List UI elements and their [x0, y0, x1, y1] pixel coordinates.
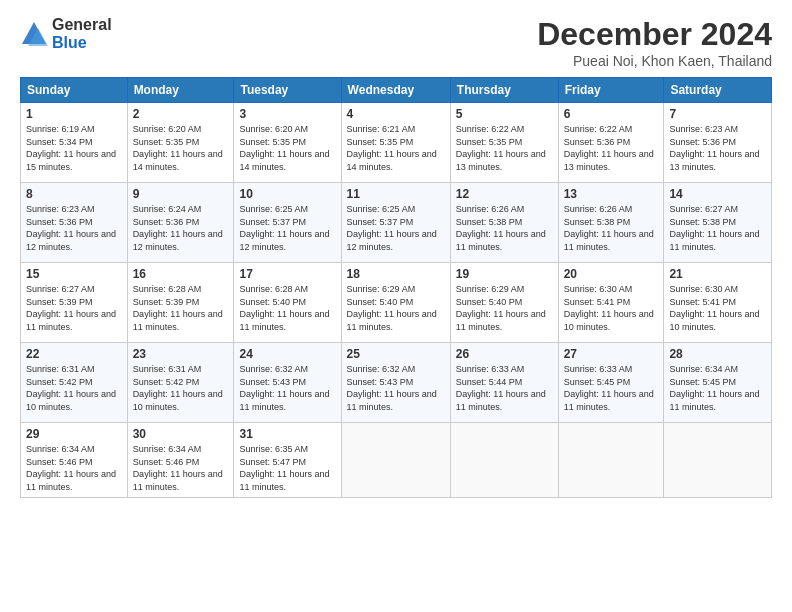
- table-row: 8 Sunrise: 6:23 AMSunset: 5:36 PMDayligh…: [21, 183, 128, 263]
- day-info: Sunrise: 6:31 AMSunset: 5:42 PMDaylight:…: [26, 364, 116, 412]
- day-number: 30: [133, 427, 229, 441]
- day-number: 27: [564, 347, 659, 361]
- header-saturday: Saturday: [664, 78, 772, 103]
- table-row: 5 Sunrise: 6:22 AMSunset: 5:35 PMDayligh…: [450, 103, 558, 183]
- day-info: Sunrise: 6:27 AMSunset: 5:39 PMDaylight:…: [26, 284, 116, 332]
- page: General Blue December 2024 Pueai Noi, Kh…: [0, 0, 792, 612]
- day-number: 28: [669, 347, 766, 361]
- day-info: Sunrise: 6:23 AMSunset: 5:36 PMDaylight:…: [669, 124, 759, 172]
- day-info: Sunrise: 6:21 AMSunset: 5:35 PMDaylight:…: [347, 124, 437, 172]
- day-number: 11: [347, 187, 445, 201]
- day-number: 13: [564, 187, 659, 201]
- calendar: Sunday Monday Tuesday Wednesday Thursday…: [20, 77, 772, 498]
- table-row: 16 Sunrise: 6:28 AMSunset: 5:39 PMDaylig…: [127, 263, 234, 343]
- table-row: 19 Sunrise: 6:29 AMSunset: 5:40 PMDaylig…: [450, 263, 558, 343]
- table-row: 18 Sunrise: 6:29 AMSunset: 5:40 PMDaylig…: [341, 263, 450, 343]
- day-number: 2: [133, 107, 229, 121]
- day-number: 21: [669, 267, 766, 281]
- day-number: 26: [456, 347, 553, 361]
- weekday-header-row: Sunday Monday Tuesday Wednesday Thursday…: [21, 78, 772, 103]
- table-row: 23 Sunrise: 6:31 AMSunset: 5:42 PMDaylig…: [127, 343, 234, 423]
- day-info: Sunrise: 6:22 AMSunset: 5:36 PMDaylight:…: [564, 124, 654, 172]
- table-row: 9 Sunrise: 6:24 AMSunset: 5:36 PMDayligh…: [127, 183, 234, 263]
- table-row: 24 Sunrise: 6:32 AMSunset: 5:43 PMDaylig…: [234, 343, 341, 423]
- day-info: Sunrise: 6:28 AMSunset: 5:39 PMDaylight:…: [133, 284, 223, 332]
- day-number: 20: [564, 267, 659, 281]
- day-number: 29: [26, 427, 122, 441]
- table-row: [450, 423, 558, 498]
- day-number: 17: [239, 267, 335, 281]
- table-row: 30 Sunrise: 6:34 AMSunset: 5:46 PMDaylig…: [127, 423, 234, 498]
- day-info: Sunrise: 6:31 AMSunset: 5:42 PMDaylight:…: [133, 364, 223, 412]
- day-info: Sunrise: 6:35 AMSunset: 5:47 PMDaylight:…: [239, 444, 329, 492]
- table-row: [558, 423, 664, 498]
- day-info: Sunrise: 6:25 AMSunset: 5:37 PMDaylight:…: [347, 204, 437, 252]
- table-row: 22 Sunrise: 6:31 AMSunset: 5:42 PMDaylig…: [21, 343, 128, 423]
- header-thursday: Thursday: [450, 78, 558, 103]
- logo: General Blue: [20, 16, 112, 51]
- day-number: 6: [564, 107, 659, 121]
- day-info: Sunrise: 6:33 AMSunset: 5:44 PMDaylight:…: [456, 364, 546, 412]
- table-row: 13 Sunrise: 6:26 AMSunset: 5:38 PMDaylig…: [558, 183, 664, 263]
- day-number: 31: [239, 427, 335, 441]
- table-row: 21 Sunrise: 6:30 AMSunset: 5:41 PMDaylig…: [664, 263, 772, 343]
- table-row: 7 Sunrise: 6:23 AMSunset: 5:36 PMDayligh…: [664, 103, 772, 183]
- day-info: Sunrise: 6:33 AMSunset: 5:45 PMDaylight:…: [564, 364, 654, 412]
- day-number: 19: [456, 267, 553, 281]
- logo-general-text: General: [52, 16, 112, 34]
- table-row: 28 Sunrise: 6:34 AMSunset: 5:45 PMDaylig…: [664, 343, 772, 423]
- day-info: Sunrise: 6:34 AMSunset: 5:46 PMDaylight:…: [26, 444, 116, 492]
- day-number: 24: [239, 347, 335, 361]
- day-info: Sunrise: 6:28 AMSunset: 5:40 PMDaylight:…: [239, 284, 329, 332]
- day-info: Sunrise: 6:30 AMSunset: 5:41 PMDaylight:…: [564, 284, 654, 332]
- header-sunday: Sunday: [21, 78, 128, 103]
- table-row: 4 Sunrise: 6:21 AMSunset: 5:35 PMDayligh…: [341, 103, 450, 183]
- day-number: 12: [456, 187, 553, 201]
- day-number: 3: [239, 107, 335, 121]
- table-row: 31 Sunrise: 6:35 AMSunset: 5:47 PMDaylig…: [234, 423, 341, 498]
- header-tuesday: Tuesday: [234, 78, 341, 103]
- day-info: Sunrise: 6:34 AMSunset: 5:45 PMDaylight:…: [669, 364, 759, 412]
- header-friday: Friday: [558, 78, 664, 103]
- day-number: 25: [347, 347, 445, 361]
- day-info: Sunrise: 6:32 AMSunset: 5:43 PMDaylight:…: [347, 364, 437, 412]
- month-title: December 2024: [537, 16, 772, 53]
- location: Pueai Noi, Khon Kaen, Thailand: [537, 53, 772, 69]
- day-info: Sunrise: 6:29 AMSunset: 5:40 PMDaylight:…: [347, 284, 437, 332]
- day-info: Sunrise: 6:25 AMSunset: 5:37 PMDaylight:…: [239, 204, 329, 252]
- header: General Blue December 2024 Pueai Noi, Kh…: [20, 16, 772, 69]
- table-row: 15 Sunrise: 6:27 AMSunset: 5:39 PMDaylig…: [21, 263, 128, 343]
- day-number: 1: [26, 107, 122, 121]
- day-info: Sunrise: 6:26 AMSunset: 5:38 PMDaylight:…: [564, 204, 654, 252]
- day-info: Sunrise: 6:32 AMSunset: 5:43 PMDaylight:…: [239, 364, 329, 412]
- day-number: 9: [133, 187, 229, 201]
- table-row: 14 Sunrise: 6:27 AMSunset: 5:38 PMDaylig…: [664, 183, 772, 263]
- logo-text: General Blue: [52, 16, 112, 51]
- table-row: [341, 423, 450, 498]
- table-row: 6 Sunrise: 6:22 AMSunset: 5:36 PMDayligh…: [558, 103, 664, 183]
- day-number: 15: [26, 267, 122, 281]
- table-row: [664, 423, 772, 498]
- day-info: Sunrise: 6:22 AMSunset: 5:35 PMDaylight:…: [456, 124, 546, 172]
- table-row: 27 Sunrise: 6:33 AMSunset: 5:45 PMDaylig…: [558, 343, 664, 423]
- logo-icon: [20, 20, 48, 48]
- day-info: Sunrise: 6:23 AMSunset: 5:36 PMDaylight:…: [26, 204, 116, 252]
- day-number: 14: [669, 187, 766, 201]
- day-info: Sunrise: 6:34 AMSunset: 5:46 PMDaylight:…: [133, 444, 223, 492]
- day-number: 8: [26, 187, 122, 201]
- day-info: Sunrise: 6:30 AMSunset: 5:41 PMDaylight:…: [669, 284, 759, 332]
- day-info: Sunrise: 6:24 AMSunset: 5:36 PMDaylight:…: [133, 204, 223, 252]
- table-row: 10 Sunrise: 6:25 AMSunset: 5:37 PMDaylig…: [234, 183, 341, 263]
- table-row: 1 Sunrise: 6:19 AMSunset: 5:34 PMDayligh…: [21, 103, 128, 183]
- day-info: Sunrise: 6:20 AMSunset: 5:35 PMDaylight:…: [133, 124, 223, 172]
- table-row: 17 Sunrise: 6:28 AMSunset: 5:40 PMDaylig…: [234, 263, 341, 343]
- day-number: 10: [239, 187, 335, 201]
- day-number: 7: [669, 107, 766, 121]
- table-row: 20 Sunrise: 6:30 AMSunset: 5:41 PMDaylig…: [558, 263, 664, 343]
- day-info: Sunrise: 6:20 AMSunset: 5:35 PMDaylight:…: [239, 124, 329, 172]
- day-number: 4: [347, 107, 445, 121]
- table-row: 26 Sunrise: 6:33 AMSunset: 5:44 PMDaylig…: [450, 343, 558, 423]
- day-info: Sunrise: 6:27 AMSunset: 5:38 PMDaylight:…: [669, 204, 759, 252]
- day-number: 18: [347, 267, 445, 281]
- header-wednesday: Wednesday: [341, 78, 450, 103]
